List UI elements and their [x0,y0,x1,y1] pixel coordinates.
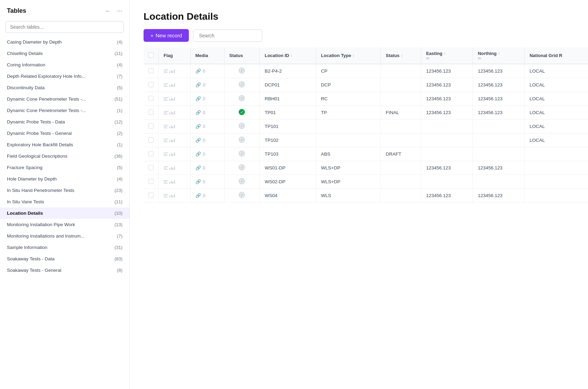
media-cell-5: 🔗 0 [190,133,224,147]
row-checkbox-7[interactable] [148,165,154,170]
northing-cell-0: 123456.123 [473,64,525,78]
status-icon-4 [239,123,245,129]
sidebar-item-10[interactable]: Field Geological Descriptions (36) [0,150,129,162]
search-tables-input[interactable] [6,21,124,33]
sidebar-item-0[interactable]: Casing Diameter by Depth (4) [0,36,129,48]
row-checkbox-1[interactable] [148,82,154,87]
table-row: 🔗 0 WS01-DPWLS+DP123456.123123456.123 [144,161,588,175]
link-icon-5: 🔗 [195,138,201,143]
toolbar: + New record [144,29,574,42]
media-count-0: 0 [203,69,205,74]
flag-lines-icon-5 [164,139,168,142]
flag-lines-icon-6 [164,152,168,156]
media-cell-9: 🔗 0 [190,189,224,203]
row-checkbox-4[interactable] [148,123,154,129]
easting-cell-8 [421,175,473,189]
new-record-button[interactable]: + New record [144,29,189,42]
flag-lines-icon-8 [164,180,168,184]
sidebar-item-19[interactable]: Soakaway Tests - Data (83) [0,253,129,265]
sidebar-item-13[interactable]: In Situ Hand Penetrometer Tests (23) [0,185,129,196]
easting-sort-icon: ↕ [444,52,446,55]
plus-icon: + [150,33,154,38]
sidebar-item-count-18: (31) [114,245,122,250]
th-media: Media [190,47,224,64]
row-checkbox-5[interactable] [148,137,154,142]
sidebar-item-9[interactable]: Exploratory Hole Backfill Details (1) [0,139,129,150]
status-icon-cell-9 [224,189,259,203]
media-count-1: 0 [203,83,205,87]
search-input[interactable] [193,29,262,42]
sidebar-item-15[interactable]: Location Details (10) [0,207,129,219]
location-id-sort-icon: ↕ [291,54,293,57]
table-row: 🔗 0 TP102LOCAL [144,133,588,147]
sidebar-item-8[interactable]: Dynamic Probe Tests - General (2) [0,128,129,139]
more-options-button[interactable]: ⋯ [116,6,124,16]
sidebar-item-7[interactable]: Dynamic Probe Tests - Data (12) [0,116,129,128]
sidebar-item-11[interactable]: Fracture Spacing (5) [0,162,129,173]
row-checkbox-9[interactable] [148,193,154,198]
status-col-cell-1 [381,78,421,92]
northing-cell-4 [473,120,525,133]
status-col-cell-3: FINAL [381,106,421,120]
media-cell-1: 🔗 0 [190,78,224,92]
status-icon-7 [239,164,245,170]
sidebar-item-count-14: (11) [114,199,122,204]
sidebar-item-name-15: Location Details [7,211,112,216]
sidebar-item-name-12: Hole Diameter by Depth [7,176,114,182]
media-cell-2: 🔗 0 [190,92,224,106]
sidebar-item-4[interactable]: Discontinuity Data (5) [0,82,129,93]
sidebar-item-6[interactable]: Dynamic Cone Penetrometer Tests -... (1) [0,105,129,116]
link-icon-8: 🔗 [195,179,201,184]
easting-cell-9: 123456.123 [421,189,473,203]
sidebar-item-17[interactable]: Monitoring Installations and Instrum... … [0,230,129,242]
national-grid-cell-5: LOCAL [524,133,588,147]
th-location-id[interactable]: Location ID ↕ [260,47,316,64]
th-status-col[interactable]: Status ↕ [381,47,421,64]
media-count-9: 0 [203,193,205,198]
bar-chart-icon-6 [169,152,175,156]
row-checkbox-6[interactable] [148,151,154,156]
flag-lines-icon-7 [164,166,168,170]
sidebar-item-2[interactable]: Coring Information (4) [0,59,129,71]
sidebar-item-name-7: Dynamic Probe Tests - Data [7,119,112,124]
th-northing[interactable]: Northing ↕ m [473,47,525,64]
table-wrapper: Flag Media Status [144,47,588,389]
status-icon-6 [239,150,245,157]
sidebar-item-20[interactable]: Soakaway Tests - General (8) [0,265,129,276]
bar-chart-icon-8 [169,180,175,184]
bar-chart-icon-7 [169,166,175,170]
status-col-label: Status [386,53,399,58]
table-header-row: Flag Media Status [144,47,588,64]
easting-cell-1: 123456.123 [421,78,473,92]
status-icon-5 [239,137,245,143]
media-count-2: 0 [203,96,205,101]
location-type-cell-2: RC [316,92,381,106]
media-label: Media [195,53,208,58]
sidebar-item-3[interactable]: Depth Related Exploratory Hole Info... (… [0,71,129,82]
sidebar-item-name-8: Dynamic Probe Tests - General [7,131,114,136]
select-all-checkbox[interactable] [148,53,154,58]
row-checkbox-8[interactable] [148,179,154,184]
sidebar-item-5[interactable]: Dynamic Cone Penetrometer Tests -... (51… [0,93,129,105]
status-icon-9 [239,192,245,198]
sidebar-item-count-13: (23) [114,188,122,193]
link-icon-7: 🔗 [195,165,201,170]
sidebar-item-18[interactable]: Sample Information (31) [0,242,129,253]
collapse-sidebar-button[interactable]: ← [104,7,112,16]
row-checkbox-3[interactable] [148,110,154,115]
status-icon-2 [239,95,245,101]
th-location-type[interactable]: Location Type ↕ [316,47,381,64]
th-easting[interactable]: Easting ↕ m [421,47,473,64]
location-type-cell-4 [316,120,381,133]
sidebar-item-1[interactable]: Chiselling Details (11) [0,48,129,59]
table-row: 🔗 0 TP01TPFINAL123456.123123456.123LOCAL [144,106,588,120]
table-row: 🔗 0 DCP01DCP123456.123123456.123LOCAL [144,78,588,92]
row-checkbox-2[interactable] [148,96,154,101]
easting-label: Easting [426,51,442,56]
sidebar-item-14[interactable]: In Situ Vane Tests (11) [0,196,129,207]
sidebar-item-16[interactable]: Monitoring Installation Pipe Work (13) [0,219,129,230]
sidebar-item-12[interactable]: Hole Diameter by Depth (4) [0,173,129,185]
location-id-cell-6: TP103 [260,147,316,161]
sidebar-item-name-3: Depth Related Exploratory Hole Info... [7,74,114,79]
row-checkbox-0[interactable] [148,68,154,73]
